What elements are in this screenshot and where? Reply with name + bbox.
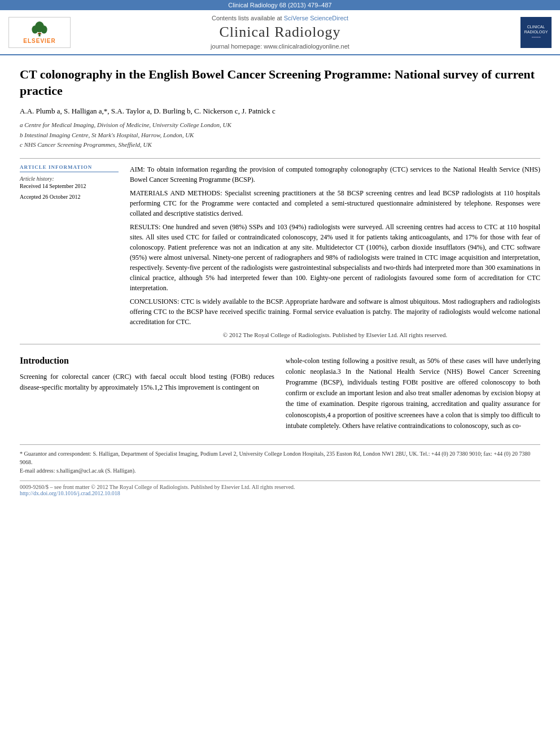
intro-right-column: whole-colon testing following a positive…	[286, 356, 540, 436]
intro-left-column: Introduction Screening for colorectal ca…	[20, 356, 274, 436]
abstract-copyright: © 2012 The Royal College of Radiologists…	[130, 331, 540, 338]
issn-line: 0009-9260/$ – see front matter © 2012 Th…	[20, 484, 540, 490]
footnote-guarantor: * Guarantor and correspondent: S. Hallig…	[20, 449, 540, 466]
section-divider	[20, 158, 540, 159]
main-content: CT colonography in the English Bowel Can…	[0, 55, 560, 508]
article-info: ARTICLE INFORMATION Article history: Rec…	[20, 164, 119, 338]
cr-badge-line1: CLINICAL	[527, 24, 545, 29]
journal-citation: Clinical Radiology 68 (2013) 479–487	[228, 2, 331, 8]
bottom-bar: 0009-9260/$ – see front matter © 2012 Th…	[20, 480, 540, 496]
abstract-conclusions: CONCLUSIONS: CTC is widely available to …	[130, 296, 540, 327]
intro-heading: Introduction	[20, 356, 274, 366]
header-center: Contents lists available at SciVerse Sci…	[76, 15, 484, 50]
abstract-results-text: RESULTS: One hundred and seven (98%) SSP…	[130, 223, 540, 292]
authors: A.A. Plumb a, S. Halligan a,*, S.A. Tayl…	[20, 107, 540, 116]
article-title: CT colonography in the English Bowel Can…	[20, 67, 540, 99]
elsevier-name-text: ELSEVIER	[23, 38, 55, 44]
affiliation-c: c NHS Cancer Screening Programmes, Sheff…	[20, 140, 540, 150]
abstract-conclusions-text: CONCLUSIONS: CTC is widely available to …	[130, 298, 540, 326]
elsevier-tree-icon	[28, 21, 51, 38]
sciverse-link[interactable]: SciVerse ScienceDirect	[284, 15, 348, 21]
affiliation-b: b Intestinal Imaging Centre, St Mark's H…	[20, 130, 540, 140]
journal-title: Clinical Radiology	[76, 24, 484, 41]
intro-right-para1-text: whole-colon testing following a positive…	[286, 357, 540, 430]
doi-line: http://dx.doi.org/10.1016/j.crad.2012.10…	[20, 490, 540, 496]
header-right: CLINICAL RADIOLOGY ━━━━	[484, 17, 552, 48]
doi-link[interactable]: http://dx.doi.org/10.1016/j.crad.2012.10…	[20, 490, 120, 496]
abstract-methods: MATERIALS AND METHODS: Specialist screen…	[130, 188, 540, 219]
introduction-section: Introduction Screening for colorectal ca…	[20, 356, 540, 436]
abstract-methods-text: MATERIALS AND METHODS: Specialist screen…	[130, 189, 540, 217]
abstract-aim: AIM: To obtain information regarding the…	[130, 164, 540, 185]
journal-homepage: journal homepage: www.clinicalradiologyo…	[76, 43, 484, 50]
intro-left-para1: Screening for colorectal cancer (CRC) wi…	[20, 372, 274, 393]
intro-right-para1: whole-colon testing following a positive…	[286, 356, 540, 431]
sciverse-line: Contents lists available at SciVerse Sci…	[76, 15, 484, 21]
accepted-date: Accepted 26 October 2012	[20, 194, 119, 200]
footnote-email: E-mail address: s.halligan@ucl.ac.uk (S.…	[20, 466, 540, 475]
elsevier-logo-area: ELSEVIER	[8, 17, 76, 48]
footnote-section: * Guarantor and correspondent: S. Hallig…	[20, 444, 540, 475]
article-info-title: ARTICLE INFORMATION	[20, 164, 119, 172]
abstract-results: RESULTS: One hundred and seven (98%) SSP…	[130, 222, 540, 293]
abstract-aim-text: AIM: To obtain information regarding the…	[130, 165, 540, 184]
affiliations: a Centre for Medical Imaging, Division o…	[20, 120, 540, 150]
svg-point-2	[32, 25, 38, 33]
cr-badge-line2: RADIOLOGY	[524, 29, 548, 34]
article-body: ARTICLE INFORMATION Article history: Rec…	[20, 164, 540, 338]
cr-badge: CLINICAL RADIOLOGY ━━━━	[520, 17, 552, 48]
affiliation-a: a Centre for Medical Imaging, Division o…	[20, 120, 540, 130]
intro-divider	[20, 344, 540, 344]
journal-header: ELSEVIER Contents lists available at Sci…	[0, 10, 560, 55]
article-history-label: Article history:	[20, 176, 119, 182]
svg-point-3	[41, 25, 47, 33]
elsevier-logo: ELSEVIER	[8, 17, 71, 48]
intro-left-para1-text: Screening for colorectal cancer (CRC) wi…	[20, 373, 274, 391]
author-list: A.A. Plumb a, S. Halligan a,*, S.A. Tayl…	[20, 107, 275, 115]
top-bar: Clinical Radiology 68 (2013) 479–487	[0, 0, 560, 10]
received-date: Received 14 September 2012	[20, 183, 119, 189]
abstract-section: AIM: To obtain information regarding the…	[130, 164, 540, 338]
